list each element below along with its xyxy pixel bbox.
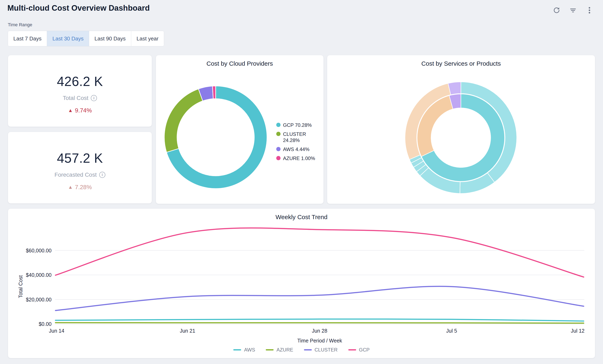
- donut-segment-azure[interactable]: [212, 86, 216, 99]
- refresh-button[interactable]: [551, 5, 562, 16]
- trend-line-azure[interactable]: [56, 322, 584, 323]
- donut-segment-cluster[interactable]: [164, 89, 203, 152]
- x-axis-title: Time Period / Week: [297, 338, 342, 343]
- legend-line-swatch: [348, 349, 356, 351]
- y-axis-title: Total Cost: [18, 275, 23, 298]
- legend-item-cluster[interactable]: CLUSTER 24.28%: [276, 131, 316, 143]
- legend-line-swatch: [266, 349, 274, 351]
- legend-label: AWS: [244, 347, 255, 353]
- dashboard-page: Multi-cloud Cost Overview Dashboard: [0, 0, 603, 364]
- legend-item-azure[interactable]: AZURE 1.00%: [276, 155, 316, 162]
- forecasted-cost-label: Forecasted Cost: [54, 172, 96, 178]
- legend-dot: [276, 123, 280, 127]
- triangle-up-icon: ▲: [68, 108, 73, 113]
- refresh-icon: [552, 6, 561, 15]
- time-range-group: Last 7 Days Last 30 Days Last 90 Days La…: [8, 31, 164, 46]
- legend-label: CLUSTER: [315, 347, 338, 353]
- header-actions: [551, 5, 595, 16]
- weekly-cost-trend-panel: Weekly Cost Trend $0.00$20,000.00$40,000…: [8, 209, 595, 358]
- cost-by-cloud-providers-panel: Cost by Cloud Providers GCP 70.28%CLUSTE…: [156, 55, 324, 204]
- cost-by-services-panel: Cost by Services or Products: [327, 55, 595, 204]
- y-tick-label: $40,000.00: [26, 272, 52, 278]
- forecasted-cost-delta: ▲ 7.28%: [68, 184, 92, 191]
- legend-dot: [276, 156, 280, 160]
- legend-label: AZURE: [277, 347, 293, 353]
- total-cost-card: 426.2 K Total Cost i ▲ 9.74%: [8, 55, 152, 127]
- y-tick-label: $0.00: [39, 321, 52, 327]
- x-tick-label: Jun 14: [49, 328, 64, 334]
- more-options-button[interactable]: [584, 5, 595, 16]
- total-cost-delta: ▲ 9.74%: [68, 107, 92, 114]
- forecasted-cost-card: 457.2 K Forecasted Cost i ▲ 7.28%: [8, 132, 152, 204]
- legend-dot: [276, 132, 280, 136]
- legend-label: GCP 70.28%: [283, 122, 312, 128]
- x-tick-label: Jul 5: [446, 328, 457, 334]
- legend-label: CLUSTER 24.28%: [283, 131, 316, 143]
- trend-line-aws[interactable]: [56, 319, 584, 321]
- legend-line-swatch: [304, 349, 312, 351]
- time-range-label: Time Range: [8, 22, 32, 27]
- forecasted-cost-value: 457.2 K: [57, 151, 103, 166]
- trend-line-cluster[interactable]: [56, 287, 584, 311]
- legend-dot: [276, 147, 280, 151]
- time-range-option-last-90-days[interactable]: Last 90 Days: [89, 31, 131, 46]
- legend-label: AWS 4.44%: [283, 146, 310, 153]
- time-range-option-last-7-days[interactable]: Last 7 Days: [8, 31, 47, 46]
- weekly-cost-trend-chart: $0.00$20,000.00$40,000.00$60,000.00Jun 1…: [8, 209, 595, 358]
- trend-legend-item-aws[interactable]: AWS: [233, 347, 255, 353]
- legend-line-swatch: [233, 349, 241, 351]
- info-icon[interactable]: i: [91, 95, 97, 101]
- trend-chart-legend: AWSAZURECLUSTERGCP: [8, 347, 595, 353]
- services-sunburst-chart: [327, 55, 595, 204]
- legend-label: AZURE 1.00%: [283, 155, 315, 162]
- x-tick-label: Jun 21: [180, 328, 195, 334]
- info-icon[interactable]: i: [99, 172, 105, 178]
- x-tick-label: Jun 28: [312, 328, 327, 334]
- legend-label: GCP: [359, 347, 370, 353]
- donut-chart-legend: GCP 70.28%CLUSTER 24.28%AWS 4.44%AZURE 1…: [276, 122, 316, 162]
- trend-legend-item-cluster[interactable]: CLUSTER: [304, 347, 338, 353]
- legend-item-aws[interactable]: AWS 4.44%: [276, 146, 316, 153]
- trend-line-gcp[interactable]: [56, 228, 584, 277]
- filter-icon: [568, 6, 578, 15]
- kebab-menu-icon: [585, 6, 594, 15]
- y-tick-label: $20,000.00: [26, 297, 52, 302]
- y-tick-label: $60,000.00: [26, 248, 52, 254]
- time-range-option-last-year[interactable]: Last year: [131, 31, 164, 46]
- total-cost-value: 426.2 K: [57, 74, 103, 89]
- legend-item-gcp[interactable]: GCP 70.28%: [276, 122, 316, 128]
- time-range-option-last-30-days[interactable]: Last 30 Days: [47, 31, 89, 46]
- x-tick-label: Jul 12: [571, 328, 584, 334]
- page-title: Multi-cloud Cost Overview Dashboard: [7, 4, 150, 12]
- triangle-up-icon: ▲: [68, 185, 73, 190]
- total-cost-label: Total Cost: [63, 95, 89, 101]
- filter-button[interactable]: [568, 5, 578, 16]
- trend-legend-item-gcp[interactable]: GCP: [348, 347, 370, 353]
- trend-legend-item-azure[interactable]: AZURE: [266, 347, 293, 353]
